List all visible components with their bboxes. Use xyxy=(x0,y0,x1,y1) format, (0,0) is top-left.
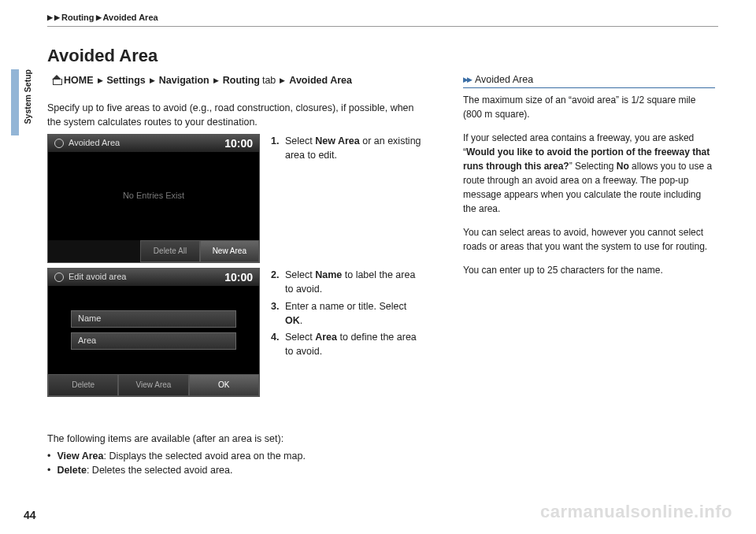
step-row-2: Edit avoid area 10:00 Name Area Delete V… xyxy=(47,268,425,397)
chevron-icon: ▶ xyxy=(54,13,60,23)
section-indicator-bar xyxy=(11,69,19,135)
step-2-num: 2. xyxy=(271,268,282,296)
watermark: carmanualsonline.info xyxy=(540,499,732,525)
side-note-3: You can select areas to avoid, however y… xyxy=(463,225,715,254)
side-header: Avoided Area xyxy=(475,72,533,87)
shot1-clock: 10:00 xyxy=(224,135,253,151)
nav-path: HOME ▶ Settings ▶ Navigation ▶ Routing t… xyxy=(52,73,441,87)
item-delete: Delete: Deletes the selected avoid area. xyxy=(47,463,425,477)
page-number: 44 xyxy=(24,507,36,523)
screenshot-1: Avoided Area 10:00 No Entries Exist Dele… xyxy=(47,134,260,263)
page-header-breadcrumb: ▶ ▶ Routing ▶ Avoided Area xyxy=(47,9,718,27)
step-4-num: 4. xyxy=(271,330,282,358)
path-settings: Settings xyxy=(107,73,146,87)
delete-all-button[interactable]: Delete All xyxy=(140,240,199,262)
step-row-1: Avoided Area 10:00 No Entries Exist Dele… xyxy=(47,134,425,263)
side-note-1: The maximum size of an “avoid area” is 1… xyxy=(463,93,715,121)
path-tab-word: tab xyxy=(262,73,276,87)
path-navigation: Navigation xyxy=(159,73,209,87)
double-chevron-icon: ▶▶ xyxy=(463,75,471,85)
gear-icon xyxy=(54,273,64,282)
crumb-avoided: Avoided Area xyxy=(103,12,158,24)
path-routing: Routing xyxy=(223,73,260,87)
screenshot-2: Edit avoid area 10:00 Name Area Delete V… xyxy=(47,268,260,397)
side-note-2: If your selected area contains a freeway… xyxy=(463,131,715,216)
side-notes: ▶▶Avoided Area The maximum size of an “a… xyxy=(463,72,715,287)
chevron-icon: ▶ xyxy=(47,13,53,23)
home-icon xyxy=(52,76,61,85)
chevron-icon: ▶ xyxy=(150,76,155,86)
new-area-button[interactable]: New Area xyxy=(200,240,259,262)
ok-button[interactable]: OK xyxy=(189,374,259,396)
item-view-area: View Area: Displays the selected avoid a… xyxy=(47,449,425,463)
name-field[interactable]: Name xyxy=(71,310,236,328)
shot2-clock: 10:00 xyxy=(224,269,253,285)
available-items: The following items are available (after… xyxy=(47,432,425,477)
delete-button[interactable]: Delete xyxy=(48,374,118,396)
page-title: Avoided Area xyxy=(47,43,158,69)
shot2-title: Edit avoid area xyxy=(69,271,126,284)
gear-icon xyxy=(54,139,64,148)
path-avoided: Avoided Area xyxy=(289,73,352,87)
main-column: Specify up to five areas to avoid (e.g.,… xyxy=(47,101,425,397)
crumb-routing: Routing xyxy=(61,12,94,24)
chevron-icon: ▶ xyxy=(213,76,219,86)
shot1-msg: No Entries Exist xyxy=(123,190,184,202)
view-area-button[interactable]: View Area xyxy=(118,374,188,396)
section-tab-label: System Setup xyxy=(22,69,34,124)
area-field[interactable]: Area xyxy=(71,332,236,350)
after-lead: The following items are available (after… xyxy=(47,432,425,446)
step-1-num: 1. xyxy=(271,134,282,162)
chevron-icon: ▶ xyxy=(280,76,285,86)
side-note-4: You can enter up to 25 characters for th… xyxy=(463,263,715,277)
intro-text: Specify up to five areas to avoid (e.g.,… xyxy=(47,101,425,129)
step-3-num: 3. xyxy=(271,299,282,328)
path-home: HOME xyxy=(64,73,94,87)
chevron-icon: ▶ xyxy=(98,76,103,86)
chevron-icon: ▶ xyxy=(96,13,102,23)
shot1-title: Avoided Area xyxy=(69,137,120,150)
